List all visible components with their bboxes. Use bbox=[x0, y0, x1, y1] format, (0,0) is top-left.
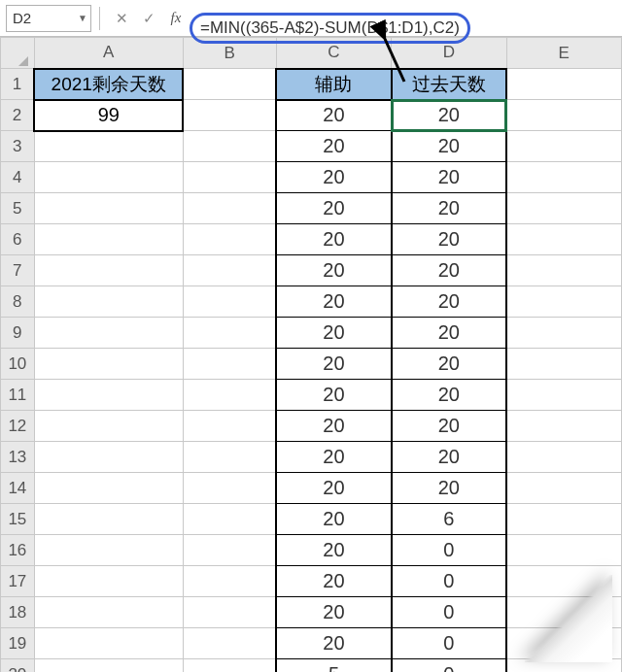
cell-E5[interactable] bbox=[506, 193, 621, 224]
cell-B12[interactable] bbox=[183, 411, 276, 442]
col-header-E[interactable]: E bbox=[506, 38, 621, 69]
cell-A17[interactable] bbox=[34, 566, 183, 597]
cell-A3[interactable] bbox=[34, 131, 183, 162]
cell-A16[interactable] bbox=[34, 535, 183, 566]
cell-A4[interactable] bbox=[34, 162, 183, 193]
cell-B4[interactable] bbox=[183, 162, 276, 193]
row-header[interactable]: 5 bbox=[1, 193, 35, 224]
cell-D11[interactable]: 20 bbox=[392, 380, 506, 411]
cell-B17[interactable] bbox=[183, 566, 276, 597]
row-header[interactable]: 2 bbox=[1, 100, 35, 131]
cell-D9[interactable]: 20 bbox=[392, 318, 506, 349]
cell-E10[interactable] bbox=[506, 349, 621, 380]
cell-B5[interactable] bbox=[183, 193, 276, 224]
row-header[interactable]: 12 bbox=[1, 411, 35, 442]
row-header[interactable]: 4 bbox=[1, 162, 35, 193]
cell-D7[interactable]: 20 bbox=[392, 255, 506, 286]
cell-D15[interactable]: 6 bbox=[392, 504, 506, 535]
cell-C14[interactable]: 20 bbox=[276, 473, 391, 504]
row-header[interactable]: 7 bbox=[1, 255, 35, 286]
cell-D1[interactable]: 过去天数 bbox=[392, 69, 506, 100]
cell-B3[interactable] bbox=[183, 131, 276, 162]
cell-D14[interactable]: 20 bbox=[392, 473, 506, 504]
cell-E12[interactable] bbox=[506, 411, 621, 442]
cell-B20[interactable] bbox=[183, 659, 276, 673]
cell-D18[interactable]: 0 bbox=[392, 597, 506, 628]
row-header[interactable]: 13 bbox=[1, 442, 35, 473]
cell-D20[interactable]: 0 bbox=[392, 659, 506, 673]
cell-C4[interactable]: 20 bbox=[276, 162, 391, 193]
row-header[interactable]: 10 bbox=[1, 349, 35, 380]
cell-A2[interactable]: 99 bbox=[34, 100, 183, 131]
cell-E18[interactable] bbox=[506, 597, 621, 628]
cell-B18[interactable] bbox=[183, 597, 276, 628]
cell-C8[interactable]: 20 bbox=[276, 286, 391, 318]
cell-C3[interactable]: 20 bbox=[276, 131, 391, 162]
cell-A15[interactable] bbox=[34, 504, 183, 535]
cell-E14[interactable] bbox=[506, 473, 621, 504]
cell-A10[interactable] bbox=[34, 349, 183, 380]
cell-A11[interactable] bbox=[34, 380, 183, 411]
row-header[interactable]: 19 bbox=[1, 628, 35, 659]
cell-A5[interactable] bbox=[34, 193, 183, 224]
cell-C7[interactable]: 20 bbox=[276, 255, 391, 286]
cell-E19[interactable] bbox=[506, 628, 621, 659]
cell-E6[interactable] bbox=[506, 224, 621, 255]
cell-D2[interactable]: 20 bbox=[392, 100, 506, 131]
row-header[interactable]: 11 bbox=[1, 380, 35, 411]
cell-A1[interactable]: 2021剩余天数 bbox=[34, 69, 183, 100]
cell-B9[interactable] bbox=[183, 318, 276, 349]
cell-D6[interactable]: 20 bbox=[392, 224, 506, 255]
cell-A9[interactable] bbox=[34, 318, 183, 349]
cell-B8[interactable] bbox=[183, 286, 276, 318]
cell-E9[interactable] bbox=[506, 318, 621, 349]
cell-C2[interactable]: 20 bbox=[276, 100, 391, 131]
row-header[interactable]: 9 bbox=[1, 318, 35, 349]
cell-E2[interactable] bbox=[506, 100, 621, 131]
cell-B10[interactable] bbox=[183, 349, 276, 380]
chevron-down-icon[interactable]: ▼ bbox=[75, 6, 90, 31]
cell-E4[interactable] bbox=[506, 162, 621, 193]
row-header[interactable]: 17 bbox=[1, 566, 35, 597]
cell-E8[interactable] bbox=[506, 286, 621, 318]
cell-D12[interactable]: 20 bbox=[392, 411, 506, 442]
cell-C10[interactable]: 20 bbox=[276, 349, 391, 380]
row-header[interactable]: 20 bbox=[1, 659, 35, 673]
cell-D4[interactable]: 20 bbox=[392, 162, 506, 193]
name-box[interactable]: D2 ▼ bbox=[6, 5, 91, 32]
cell-A13[interactable] bbox=[34, 442, 183, 473]
row-header[interactable]: 3 bbox=[1, 131, 35, 162]
cancel-icon[interactable]: ✕ bbox=[108, 5, 135, 32]
cell-B13[interactable] bbox=[183, 442, 276, 473]
cell-C5[interactable]: 20 bbox=[276, 193, 391, 224]
cell-B14[interactable] bbox=[183, 473, 276, 504]
col-header-A[interactable]: A bbox=[34, 38, 183, 69]
cell-A14[interactable] bbox=[34, 473, 183, 504]
cell-B6[interactable] bbox=[183, 224, 276, 255]
cell-E1[interactable] bbox=[506, 69, 621, 100]
cell-C13[interactable]: 20 bbox=[276, 442, 391, 473]
cell-B7[interactable] bbox=[183, 255, 276, 286]
cell-D13[interactable]: 20 bbox=[392, 442, 506, 473]
cell-E13[interactable] bbox=[506, 442, 621, 473]
cell-C9[interactable]: 20 bbox=[276, 318, 391, 349]
row-header[interactable]: 16 bbox=[1, 535, 35, 566]
cell-D16[interactable]: 0 bbox=[392, 535, 506, 566]
cell-C20[interactable]: 5 bbox=[276, 659, 391, 673]
row-header[interactable]: 8 bbox=[1, 286, 35, 318]
cell-A18[interactable] bbox=[34, 597, 183, 628]
row-header[interactable]: 6 bbox=[1, 224, 35, 255]
check-icon[interactable]: ✓ bbox=[135, 5, 162, 32]
cell-E11[interactable] bbox=[506, 380, 621, 411]
cell-D10[interactable]: 20 bbox=[392, 349, 506, 380]
row-header[interactable]: 18 bbox=[1, 597, 35, 628]
fx-icon[interactable]: fx bbox=[162, 10, 190, 26]
cell-C15[interactable]: 20 bbox=[276, 504, 391, 535]
cell-C1[interactable]: 辅助 bbox=[276, 69, 391, 100]
cell-E7[interactable] bbox=[506, 255, 621, 286]
cell-E15[interactable] bbox=[506, 504, 621, 535]
cell-B11[interactable] bbox=[183, 380, 276, 411]
cell-C17[interactable]: 20 bbox=[276, 566, 391, 597]
cell-B19[interactable] bbox=[183, 628, 276, 659]
cell-C18[interactable]: 20 bbox=[276, 597, 391, 628]
